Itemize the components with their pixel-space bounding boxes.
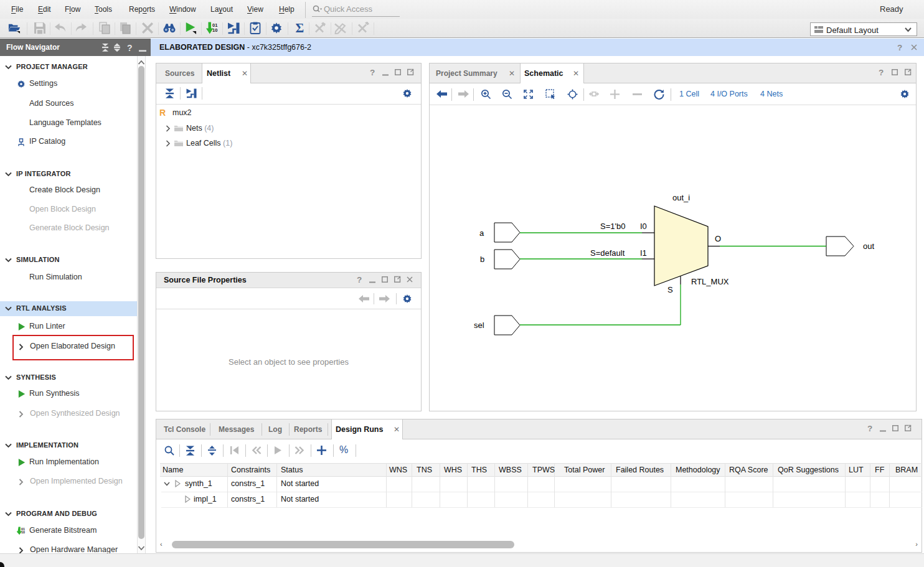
svg-text:b: b bbox=[480, 255, 484, 264]
svg-text:10: 10 bbox=[21, 530, 25, 534]
svg-text:?: ? bbox=[127, 43, 133, 52]
svg-text:?: ? bbox=[879, 68, 884, 77]
svg-text:RTL_MUX: RTL_MUX bbox=[691, 277, 729, 286]
svg-text:I1: I1 bbox=[640, 248, 647, 258]
svg-text:S=1'b0: S=1'b0 bbox=[600, 222, 625, 231]
svg-text:S=default: S=default bbox=[590, 248, 625, 258]
svg-text:?: ? bbox=[370, 68, 375, 77]
svg-text:S: S bbox=[667, 285, 673, 294]
svg-text:Σ: Σ bbox=[296, 22, 304, 34]
svg-text:?: ? bbox=[867, 424, 872, 433]
svg-text:10: 10 bbox=[212, 27, 217, 33]
svg-text:out_i: out_i bbox=[672, 193, 690, 202]
svg-text:out: out bbox=[863, 241, 874, 251]
svg-text:a: a bbox=[479, 228, 484, 238]
svg-text:O: O bbox=[715, 234, 721, 243]
svg-text:I0: I0 bbox=[640, 222, 647, 231]
svg-text:?: ? bbox=[357, 275, 362, 284]
svg-text:sel: sel bbox=[474, 321, 484, 330]
svg-text:?: ? bbox=[897, 43, 902, 52]
